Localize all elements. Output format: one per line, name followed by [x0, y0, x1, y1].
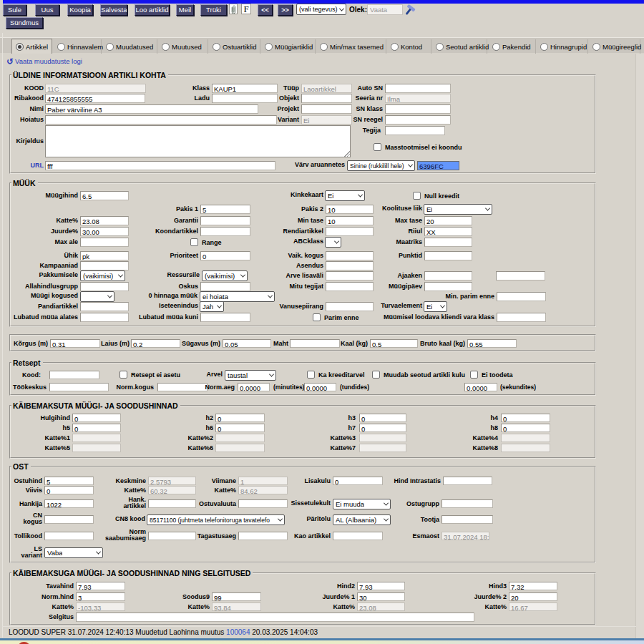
general-info-nimi-input[interactable]: Paber värviline A3: [45, 104, 258, 114]
meil-button[interactable]: Meil: [176, 4, 194, 16]
dimensions-korgus-input[interactable]: 0,31: [50, 339, 100, 348]
tab-kontod[interactable]: Kontod: [387, 39, 431, 54]
sales-lubatud-alates-input[interactable]: [80, 313, 129, 322]
tryki-button[interactable]: Trüki: [200, 4, 227, 16]
purchase-tollikood-input[interactable]: [44, 532, 94, 540]
sales-rendiartikkel-input[interactable]: [326, 227, 374, 236]
recipe-arvel-select[interactable]: taustal: [225, 370, 276, 381]
sales-pakis1-input[interactable]: 5: [200, 205, 250, 214]
dimensions-bruto-input[interactable]: 0,55: [467, 339, 517, 348]
purchase-ls-variant-select[interactable]: Vaba: [44, 547, 103, 558]
prices-without-vat-hulgihind-input[interactable]: 0: [72, 414, 121, 422]
general-info-report-color-code-input[interactable]: 6396FC: [417, 161, 459, 170]
purchase-paritolu-select[interactable]: AL (Albaania): [333, 514, 391, 525]
stock-change-link[interactable]: 100064: [226, 628, 250, 636]
sales-null-kreedit-checkbox[interactable]: [413, 192, 421, 200]
sales-pandiartikkel-input[interactable]: [80, 302, 129, 311]
general-info-varv-select[interactable]: Sinine (rukkilill hele): [347, 160, 415, 171]
sales-juurde-input[interactable]: 30.00: [80, 227, 129, 236]
purchase-cn-kogus-input[interactable]: [44, 515, 94, 524]
prices-with-vat-hind2-input[interactable]: 7.93: [357, 582, 405, 590]
prices-without-vat-h5-input[interactable]: 0: [72, 424, 121, 432]
sales-yhik-input[interactable]: pk: [80, 251, 129, 260]
purchase-hank-artikkel-input[interactable]: [148, 499, 196, 508]
prices-without-vat-h8-input[interactable]: 0: [501, 424, 550, 432]
sales-allahindlusgrupp-input[interactable]: [80, 282, 129, 291]
sales-riiul-input[interactable]: XX: [424, 227, 472, 236]
recipe-norm-aeg-sekundites-input[interactable]: 0.0000: [464, 383, 497, 391]
change-log-link[interactable]: ↺Vaata muudatuste logi: [6, 57, 82, 65]
uus-button[interactable]: Uus: [35, 4, 59, 16]
purchase-sissetulekult-select[interactable]: Ei muuda: [333, 499, 391, 509]
sales-kampaaniad-input[interactable]: [80, 261, 129, 270]
recipe-ei-asetu-checkbox[interactable]: [119, 371, 127, 379]
sales-myygipaev-input[interactable]: [424, 282, 472, 291]
dimensions-sygavus-input[interactable]: 0,05: [223, 339, 271, 348]
sales-ajaaken-input[interactable]: [424, 271, 472, 280]
purchase-ostuhind-input[interactable]: 5: [44, 477, 94, 485]
hammer-icon[interactable]: [404, 4, 416, 15]
sales-min-tase-input[interactable]: 10: [326, 216, 374, 225]
sales-koolituse-liik-select[interactable]: Ei: [424, 204, 492, 215]
sales-mitu-tegijat-input[interactable]: [326, 282, 374, 291]
sales-myymisel-input[interactable]: [497, 313, 546, 322]
purchase-tootja-input[interactable]: [441, 515, 493, 524]
purchase-cn8-kood-select[interactable]: 85171100 (juhtmeta telefonitoruga tavate…: [147, 514, 285, 525]
loo-artiklid-button[interactable]: Loo artiklid: [135, 4, 170, 16]
tab-hinnagrupid[interactable]: Hinnagrupid: [537, 39, 588, 54]
general-info-sn-klass-input[interactable]: [385, 104, 451, 114]
prices-without-vat-h6-input[interactable]: 0: [215, 424, 265, 432]
purchase-hankija-input[interactable]: 1022: [44, 499, 94, 508]
sales-arve-lisavali-input[interactable]: [326, 271, 374, 280]
sales-null-hinnaga-select[interactable]: ei hoiata: [200, 291, 275, 302]
tab-muudatused[interactable]: Muudatused: [102, 39, 157, 54]
sales-asendus-input[interactable]: [326, 261, 374, 270]
purchase-viivis-input[interactable]: 0: [44, 486, 94, 494]
sales-maatriks-input[interactable]: [424, 238, 472, 247]
purchase-hind-intrastatis-input[interactable]: [443, 477, 492, 485]
sales-lubatud-kuni-input[interactable]: [200, 313, 250, 322]
tab-pakendid[interactable]: Pakendid: [489, 39, 536, 54]
tab-minmax-tasemed[interactable]: Min/max tasemed: [316, 39, 386, 54]
sales-pakkumisele-select[interactable]: (vaikimisi): [80, 270, 125, 281]
general-info-hoiatus-input[interactable]: [45, 115, 277, 125]
sales-iseteenindus-select[interactable]: Jah: [200, 301, 224, 312]
sales-ajaaken-extra-input[interactable]: [496, 271, 545, 280]
general-info-ribakood-input[interactable]: 474125855555: [45, 94, 145, 103]
recipe-ka-kreeditarvel-checkbox[interactable]: [307, 371, 315, 379]
general-info-sn-reegel-input[interactable]: [385, 115, 451, 125]
tab-myygireeglid[interactable]: Müügireeglid: [589, 39, 640, 54]
sales-prioriteet-input[interactable]: 0: [200, 251, 250, 260]
tab-seotud-artiklid[interactable]: Seotud artiklid: [432, 39, 487, 54]
sales-ressursile-select[interactable]: (vaikimisi): [202, 270, 248, 281]
sales-koondartikkel-input[interactable]: [200, 227, 250, 236]
purchase-ostugrupp-input[interactable]: [441, 499, 493, 508]
recipe-kood-input[interactable]: [49, 371, 99, 379]
recipe-ei-toodeta-checkbox[interactable]: [470, 371, 478, 379]
sales-myygihind-input[interactable]: 6.5: [80, 191, 129, 200]
sales-kinkekaart-select[interactable]: Ei: [325, 190, 365, 201]
sales-vanusepiirang-input[interactable]: [326, 302, 374, 311]
sales-abcklass-select[interactable]: [325, 237, 341, 248]
sales-pakis2-input[interactable]: 10: [326, 205, 374, 214]
tab-muutused[interactable]: Muutused: [158, 39, 208, 54]
tab-hinnavalem[interactable]: Hinnavalem: [54, 39, 102, 54]
recipe-muudab-checkbox[interactable]: [372, 371, 380, 379]
sales-myygi-kogused-select[interactable]: [80, 291, 114, 302]
forum-button[interactable]: F: [241, 4, 251, 14]
sales-turvaelement-select[interactable]: Ei: [424, 301, 447, 312]
sales-vaik-kogus-input[interactable]: [326, 251, 374, 260]
purchase-ostuvaluuta-input[interactable]: [238, 499, 288, 508]
sales-range-checkbox[interactable]: [190, 238, 198, 246]
action-select[interactable]: (vali tegevus): [296, 4, 346, 15]
recipe-norm-aeg-tundides-input[interactable]: 0.0000: [304, 383, 336, 391]
purchase-tagastusaeg-input[interactable]: [238, 532, 288, 540]
general-info-auto-sn-input[interactable]: [385, 84, 451, 93]
purchase-lisakulu-input[interactable]: 0: [333, 477, 383, 485]
tab-myygiartiklid[interactable]: Müügiartiklid: [261, 39, 316, 54]
prices-with-vat-juurde2-input[interactable]: 20: [509, 592, 557, 601]
recipe-norm-aeg-input[interactable]: 0.0000: [238, 383, 270, 391]
previous-button[interactable]: <<: [258, 4, 273, 16]
prices-without-vat-h3-input[interactable]: 0: [359, 414, 406, 422]
sales-parim-enne-checkbox[interactable]: [313, 313, 321, 321]
